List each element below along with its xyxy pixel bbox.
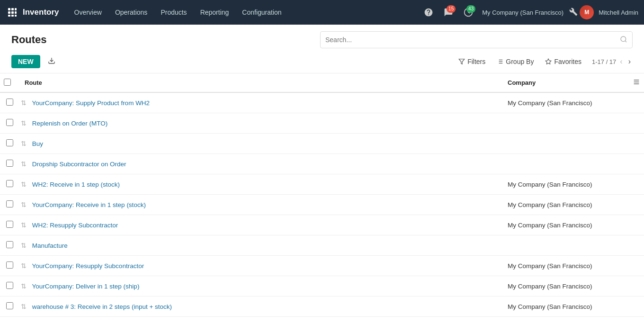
company-cell: My Company (San Francisco) xyxy=(504,174,627,195)
row-checkbox-cell[interactable] xyxy=(0,235,19,256)
row-checkbox[interactable] xyxy=(6,180,13,187)
row-checkbox[interactable] xyxy=(6,221,13,228)
wrench-icon[interactable] xyxy=(569,8,578,18)
row-checkbox-cell[interactable] xyxy=(0,154,19,174)
row-checkbox[interactable] xyxy=(6,200,13,207)
download-button[interactable] xyxy=(44,55,59,68)
company-cell: My Company (San Francisco) xyxy=(504,92,627,113)
row-checkbox-cell[interactable] xyxy=(0,297,19,317)
row-settings-cell xyxy=(627,154,644,174)
svg-rect-5 xyxy=(15,11,17,14)
route-name-link[interactable]: warehouse # 3: Receive in 2 steps (input… xyxy=(32,303,172,310)
new-button[interactable]: NEW xyxy=(11,55,40,68)
nav-reporting[interactable]: Reporting xyxy=(195,6,235,19)
row-checkbox[interactable] xyxy=(6,261,13,269)
drag-handle-icon[interactable]: ⇅ xyxy=(21,262,27,270)
search-input[interactable] xyxy=(325,36,620,44)
drag-handle-icon[interactable]: ⇅ xyxy=(21,222,27,229)
route-cell: ⇅ Replenish on Order (MTO) xyxy=(19,113,504,134)
drag-handle-icon[interactable]: ⇅ xyxy=(21,120,27,127)
chat-icon-button[interactable]: 15 xyxy=(440,4,456,20)
route-name-link[interactable]: YourCompany: Resupply Subcontractor xyxy=(32,262,144,270)
search-icon[interactable] xyxy=(620,36,627,45)
route-cell: ⇅ Manufacture xyxy=(19,235,504,256)
row-checkbox[interactable] xyxy=(6,99,13,106)
company-cell xyxy=(504,154,627,174)
svg-rect-2 xyxy=(15,8,17,10)
nav-operations[interactable]: Operations xyxy=(109,6,153,19)
row-checkbox[interactable] xyxy=(6,119,13,126)
pagination-next[interactable]: › xyxy=(626,56,633,67)
table-row: ⇅ Dropship Subcontractor on Order xyxy=(0,154,644,174)
nav-products[interactable]: Products xyxy=(155,6,192,19)
drag-handle-icon[interactable]: ⇅ xyxy=(21,303,27,310)
row-checkbox-cell[interactable] xyxy=(0,113,19,134)
route-name-link[interactable]: YourCompany: Receive in 1 step (stock) xyxy=(32,201,146,208)
table-row: ⇅ Replenish on Order (MTO) xyxy=(0,113,644,134)
search-bar[interactable] xyxy=(320,31,633,48)
pagination-info: 1-17 / 17 xyxy=(592,58,616,65)
drag-handle-icon[interactable]: ⇅ xyxy=(21,242,27,249)
routes-table: Route Company ⇅ YourCompany: Supply Prod… xyxy=(0,73,644,317)
route-name-link[interactable]: YourCompany: Supply Product from WH2 xyxy=(32,99,150,107)
page-title: Routes xyxy=(11,34,313,46)
filters-button[interactable]: Filters xyxy=(454,55,490,68)
user-name[interactable]: Mitchell Admin xyxy=(599,9,638,16)
row-settings-cell xyxy=(627,174,644,195)
row-checkbox[interactable] xyxy=(6,160,13,167)
activity-icon-button[interactable]: 43 xyxy=(460,4,476,20)
user-avatar[interactable]: M xyxy=(580,5,594,19)
route-name-link[interactable]: Replenish on Order (MTO) xyxy=(32,120,108,127)
select-all-checkbox[interactable] xyxy=(4,79,11,86)
pagination-prev[interactable]: ‹ xyxy=(618,56,624,67)
row-settings-cell xyxy=(627,195,644,215)
company-cell: My Company (San Francisco) xyxy=(504,276,627,297)
brand-logo[interactable]: Inventory xyxy=(23,8,59,17)
row-checkbox[interactable] xyxy=(6,282,13,289)
route-name-link[interactable]: Dropship Subcontractor on Order xyxy=(32,161,126,168)
company-cell: My Company (San Francisco) xyxy=(504,215,627,235)
company-cell xyxy=(504,113,627,134)
drag-handle-icon[interactable]: ⇅ xyxy=(21,99,27,107)
drag-handle-icon[interactable]: ⇅ xyxy=(21,201,27,208)
row-checkbox-cell[interactable] xyxy=(0,174,19,195)
table-row: ⇅ Manufacture xyxy=(0,235,644,256)
row-checkbox-cell[interactable] xyxy=(0,134,19,154)
row-settings-cell xyxy=(627,297,644,317)
row-checkbox[interactable] xyxy=(6,241,13,248)
company-cell: My Company (San Francisco) xyxy=(504,297,627,317)
row-checkbox-cell[interactable] xyxy=(0,276,19,297)
route-name-link[interactable]: Buy xyxy=(32,140,43,147)
row-settings-cell xyxy=(627,92,644,113)
row-checkbox[interactable] xyxy=(6,302,13,309)
table-row: ⇅ WH2: Resupply Subcontractor My Company… xyxy=(0,215,644,235)
route-name-link[interactable]: WH2: Resupply Subcontractor xyxy=(32,222,118,229)
route-cell: ⇅ Buy xyxy=(19,134,504,154)
route-name-link[interactable]: WH2: Receive in 1 step (stock) xyxy=(32,181,120,188)
route-cell: ⇅ YourCompany: Resupply Subcontractor xyxy=(19,256,504,276)
route-cell: ⇅ Dropship Subcontractor on Order xyxy=(19,154,504,174)
support-icon-button[interactable] xyxy=(420,4,437,20)
drag-handle-icon[interactable]: ⇅ xyxy=(21,181,27,188)
route-cell: ⇅ WH2: Resupply Subcontractor xyxy=(19,215,504,235)
groupby-button[interactable]: Group By xyxy=(492,55,538,68)
nav-configuration[interactable]: Configuration xyxy=(236,6,287,19)
row-checkbox-cell[interactable] xyxy=(0,92,19,113)
route-name-link[interactable]: Manufacture xyxy=(32,242,68,249)
drag-handle-icon[interactable]: ⇅ xyxy=(21,161,27,168)
drag-handle-icon[interactable]: ⇅ xyxy=(21,140,27,147)
row-checkbox[interactable] xyxy=(6,139,13,146)
svg-line-11 xyxy=(625,41,626,42)
company-column-header: Company xyxy=(504,73,627,92)
apps-menu-button[interactable] xyxy=(6,6,19,19)
favorites-button[interactable]: Favorites xyxy=(540,55,586,68)
route-name-link[interactable]: YourCompany: Deliver in 1 step (ship) xyxy=(32,283,140,290)
select-all-header[interactable] xyxy=(0,73,19,92)
row-checkbox-cell[interactable] xyxy=(0,215,19,235)
column-settings-icon[interactable] xyxy=(633,80,640,87)
row-settings-cell xyxy=(627,215,644,235)
drag-handle-icon[interactable]: ⇅ xyxy=(21,283,27,290)
row-checkbox-cell[interactable] xyxy=(0,195,19,215)
nav-overview[interactable]: Overview xyxy=(69,6,107,19)
row-checkbox-cell[interactable] xyxy=(0,256,19,276)
